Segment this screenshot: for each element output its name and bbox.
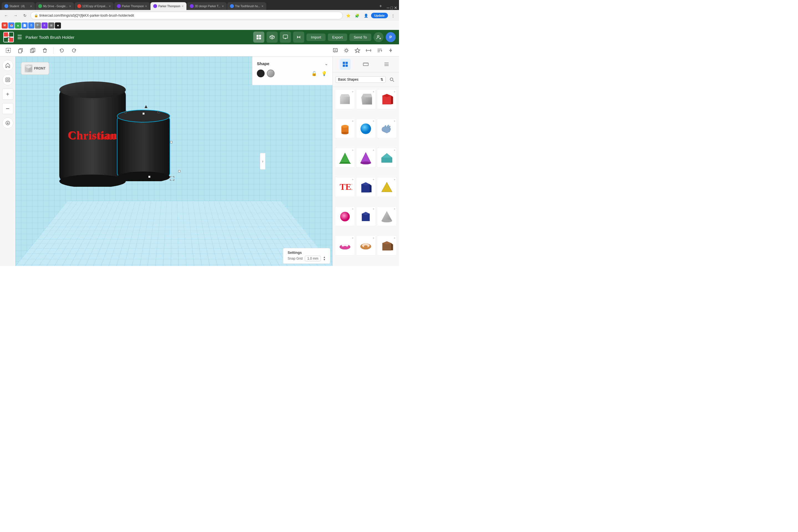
move-handle[interactable]: ▲ — [144, 103, 149, 110]
zoom-out-button[interactable]: − — [2, 103, 13, 114]
ext-cal[interactable]: 📅 — [8, 22, 14, 28]
shape-item-box-gray[interactable]: ★ — [335, 89, 355, 109]
shape-star-donut-brown[interactable]: ★ — [373, 236, 375, 240]
shape-item-pyramid-purple[interactable]: ★ — [356, 148, 376, 168]
ext-dark[interactable]: ■ — [55, 22, 61, 28]
shape-item-shape-teal[interactable]: ★ — [377, 148, 397, 168]
extensions-button[interactable]: 🧩 — [353, 12, 361, 19]
delete-button[interactable] — [40, 45, 50, 55]
tab-ruler[interactable] — [360, 59, 371, 70]
shape-star-box-gray[interactable]: ★ — [352, 90, 354, 93]
grid-view-button[interactable] — [253, 32, 264, 43]
front-label[interactable]: FRONT — [21, 62, 49, 75]
shape-item-gem-pink[interactable]: ★ — [335, 206, 355, 226]
search-button[interactable] — [387, 75, 396, 84]
mirror-button[interactable] — [386, 45, 396, 55]
3d-view-button[interactable] — [267, 32, 278, 43]
duplicate-button[interactable] — [28, 45, 38, 55]
shape-item-cube-red[interactable]: ★ — [377, 89, 397, 109]
tab-3[interactable]: Parker Thompson ✕ — [114, 2, 150, 10]
shape-star-torus-pink[interactable]: ★ — [352, 236, 354, 240]
shape-star-pyramid-purple[interactable]: ★ — [373, 149, 375, 152]
reload-button[interactable]: ↻ — [21, 12, 29, 19]
new-tab-button[interactable]: + — [377, 2, 385, 10]
tab-5[interactable]: 3D design Parker T... ✕ — [187, 2, 227, 10]
code-button[interactable] — [293, 32, 304, 43]
bookmark-button[interactable]: ⭐ — [344, 12, 352, 19]
ext-docs[interactable]: 📄 — [22, 22, 28, 28]
undo-button[interactable] — [57, 45, 67, 55]
shape-star-sphere-blue[interactable]: ★ — [373, 120, 375, 122]
shape-star-box-navy[interactable]: ★ — [373, 178, 375, 181]
new-shape-button[interactable] — [3, 45, 13, 55]
ext-drive[interactable]: ▲ — [15, 22, 21, 28]
add-user-button[interactable] — [374, 32, 383, 42]
shape-star-shape-teal[interactable]: ★ — [394, 149, 396, 152]
tab-2[interactable]: 123Copy of Empat... ✕ — [75, 2, 114, 10]
shape-item-cylinder-orange[interactable]: ★ — [335, 119, 355, 138]
shape-star-box-silver[interactable]: ★ — [373, 90, 375, 93]
maximize-button[interactable]: □ — [391, 5, 393, 10]
shape-star-cube-red[interactable]: ★ — [394, 90, 396, 93]
shape-star-cylinder-orange[interactable]: ★ — [352, 120, 354, 122]
shape-item-torus-pink[interactable]: ★ — [335, 235, 355, 255]
shape-item-text-red[interactable]: TEXT★ — [335, 177, 355, 197]
bulb-icon[interactable]: 💡 — [320, 70, 328, 77]
minimize-button[interactable]: ─ — [387, 5, 390, 10]
ext-search[interactable]: 🔍 — [35, 22, 41, 28]
simulation-button[interactable] — [280, 32, 291, 43]
right-panel-collapse[interactable]: › — [260, 153, 265, 170]
shape-item-donut-brown[interactable]: ★ — [356, 235, 376, 255]
tab-6[interactable]: The Toothbrush ho... ✕ — [227, 2, 267, 10]
ext-grid[interactable]: ⊞ — [48, 22, 54, 28]
shapes-category-dropdown[interactable]: Basic Shapes ⇅ — [336, 76, 386, 83]
hole-shape-button[interactable] — [267, 70, 274, 77]
shape-item-pyramid-green[interactable]: ★ — [335, 148, 355, 168]
handle-bottom[interactable] — [148, 176, 150, 178]
shape-star-pyramid-green[interactable]: ★ — [352, 149, 354, 152]
rotation-handle-right[interactable]: ↻ — [157, 110, 160, 115]
shape-item-box-navy-2[interactable]: ★ — [356, 206, 376, 226]
zoom-in-button[interactable]: + — [2, 89, 13, 100]
download-button[interactable] — [2, 117, 13, 129]
tab-0[interactable]: Student : (4) ✕ — [2, 2, 35, 10]
profile-button[interactable]: 👤 — [362, 12, 370, 19]
tab-1[interactable]: My Drive - Google... ✕ — [36, 2, 74, 10]
lock-icon[interactable]: 🔓 — [310, 70, 318, 77]
shape-item-box-silver[interactable]: ★ — [356, 89, 376, 109]
light-button[interactable] — [341, 45, 352, 55]
solid-shape-button[interactable] — [257, 70, 265, 77]
snap-grid-value[interactable]: 1.0 mm — [305, 256, 321, 261]
ext-blue1[interactable]: B — [28, 22, 34, 28]
shape-panel-collapse[interactable]: ⌄ — [324, 61, 328, 66]
ext-gmail[interactable]: M — [2, 22, 8, 28]
handle-right[interactable] — [170, 141, 172, 143]
back-button[interactable]: ← — [2, 12, 10, 19]
shape-item-sphere-blue[interactable]: ★ — [356, 119, 376, 138]
shape-star-text-red[interactable]: ★ — [352, 178, 354, 181]
fit-view-button[interactable] — [2, 74, 13, 86]
user-avatar[interactable]: P — [386, 32, 396, 42]
menu-icon[interactable]: ☰ — [17, 34, 22, 40]
tab-grid[interactable] — [340, 59, 351, 70]
selected-cylinder[interactable] — [116, 109, 171, 182]
shape-star-box-navy-2[interactable]: ★ — [373, 208, 375, 210]
forward-button[interactable]: → — [12, 12, 19, 19]
handle-bottom-right[interactable] — [178, 170, 180, 172]
shape-star-pyramid-yellow[interactable]: ★ — [394, 178, 396, 181]
shape-star-cone-gray[interactable]: ★ — [394, 208, 396, 210]
shape-star-gem-pink[interactable]: ★ — [352, 208, 354, 210]
shape-item-shape-hands[interactable]: ★ — [377, 119, 397, 138]
redo-button[interactable] — [69, 45, 79, 55]
shape-item-box-navy[interactable]: ★ — [356, 177, 376, 197]
export-button[interactable]: Export — [328, 34, 347, 41]
shape-item-pyramid-yellow[interactable]: ★ — [377, 177, 397, 197]
ext-purple[interactable]: K — [41, 22, 48, 28]
shape-star-box-brown[interactable]: ★ — [394, 236, 396, 240]
comment-button[interactable] — [330, 45, 340, 55]
canvas-area[interactable]: FRONT — [16, 57, 332, 266]
tab-list[interactable] — [381, 59, 392, 70]
rotation-handle-left[interactable]: ↺ — [124, 110, 127, 115]
shape-star-shape-hands[interactable]: ★ — [394, 120, 396, 122]
tinkercad-logo[interactable]: TIN KER CAD — [3, 32, 14, 42]
